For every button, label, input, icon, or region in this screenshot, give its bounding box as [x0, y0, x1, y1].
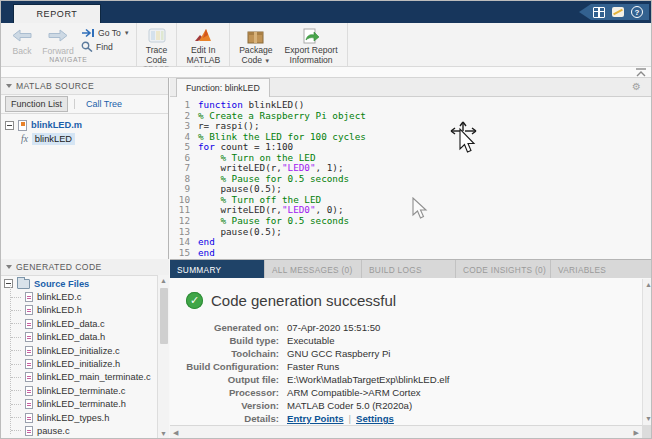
- file-item[interactable]: blinkLED_data.h: [1, 331, 157, 344]
- file-item[interactable]: blinkLED_terminate.c: [1, 384, 157, 397]
- summary-label: Version:: [182, 400, 279, 411]
- results-tab-code-insights-0-[interactable]: CODE INSIGHTS (0): [456, 260, 551, 279]
- file-item[interactable]: blinkLED.c: [1, 290, 157, 303]
- search-icon: [81, 41, 93, 52]
- results-tab-build-logs[interactable]: BUILD LOGS: [362, 260, 456, 279]
- file-item[interactable]: blinkLED_main_terminate.c: [1, 371, 157, 384]
- group-edit: Edit In MATLAB EDIT: [177, 23, 230, 66]
- file-name: blinkLED_terminate.h: [37, 399, 126, 409]
- scroll-left-icon[interactable]: ◀: [173, 429, 178, 437]
- source-file-icon: [25, 359, 33, 369]
- tree-item-function[interactable]: fx blinkLED: [5, 132, 168, 146]
- export-report-icon: [302, 28, 320, 44]
- file-name: blinkLED_types.h: [37, 413, 109, 423]
- file-item[interactable]: blinkLED_terminate.h: [1, 398, 157, 411]
- source-file-icon: [25, 426, 33, 436]
- collapse-node-icon[interactable]: [5, 121, 14, 130]
- group-navigate: Back Forward Go To ▼ Find: [1, 23, 137, 66]
- trace-code-icon: [148, 28, 166, 43]
- feedback-icon[interactable]: [612, 7, 624, 17]
- source-file-icon: [25, 346, 33, 356]
- source-tab-call-tree[interactable]: Call Tree: [81, 97, 127, 111]
- chevron-down-icon: ▼: [124, 30, 130, 36]
- source-view-tabs: Function ListCall Tree: [1, 95, 168, 114]
- file-item[interactable]: blinkLED.h: [1, 304, 157, 317]
- summary-value: E:\Work\MatlabTargetExp\blinkLED.elf: [287, 374, 449, 385]
- tab-separator: [74, 99, 75, 109]
- layout-grid-icon[interactable]: [593, 7, 605, 18]
- file-name: blinkLED_terminate.c: [37, 386, 125, 396]
- scrollbar-corner: [642, 425, 652, 439]
- title-bar: REPORT ?: [1, 1, 652, 23]
- find-button[interactable]: Find: [81, 41, 130, 52]
- code-area[interactable]: 1function blinkLED()2% Create a Raspberr…: [170, 97, 652, 259]
- source-tab-function-list[interactable]: Function List: [5, 96, 68, 112]
- line-number: 15: [170, 248, 198, 259]
- scroll-right-icon[interactable]: ▶: [634, 429, 639, 437]
- file-name: blinkLED.h: [37, 305, 82, 315]
- group-trace: Trace Code TRACE: [137, 23, 178, 66]
- summary-row: Details:Entry Points|Settings: [182, 412, 449, 425]
- source-file-icon: [25, 386, 33, 396]
- scroll-up-icon[interactable]: ▲: [158, 276, 169, 286]
- export-report-button[interactable]: Export Report Information: [280, 25, 343, 65]
- ribbon-tab-report[interactable]: REPORT: [13, 4, 101, 23]
- generated-code-tree: Source FilesblinkLED.cblinkLED.hblinkLED…: [1, 275, 157, 439]
- collapse-section-icon: [6, 84, 12, 88]
- trace-code-button[interactable]: Trace Code: [141, 25, 173, 65]
- entry-points-link[interactable]: Entry Points: [287, 413, 344, 424]
- summary-scrollbar[interactable]: ▲ ▼: [642, 279, 652, 425]
- scroll-up-icon[interactable]: ▲: [643, 280, 652, 290]
- file-list-scrollbar[interactable]: ▲ ▼: [157, 275, 169, 439]
- results-tab-summary[interactable]: SUMMARY: [170, 260, 265, 279]
- scroll-down-icon[interactable]: ▼: [158, 429, 169, 439]
- collapse-node-icon[interactable]: [4, 279, 13, 288]
- gear-icon[interactable]: ⚙: [632, 81, 641, 93]
- back-arrow-icon: [11, 28, 33, 43]
- summary-hscrollbar[interactable]: ◀ ▶: [170, 425, 642, 439]
- summary-value: Entry Points|Settings: [287, 413, 394, 424]
- results-tab-bar: SUMMARYALL MESSAGES (0)BUILD LOGSCODE IN…: [170, 259, 652, 278]
- generated-code-header[interactable]: GENERATED CODE: [1, 259, 169, 276]
- source-file-icon: [25, 399, 33, 409]
- file-item[interactable]: pause.c: [1, 424, 157, 437]
- file-name: blinkLED_data.h: [37, 332, 105, 342]
- summary-row: Output file:E:\Work\MatlabTargetExp\blin…: [182, 373, 449, 386]
- summary-value: Faster Runs: [287, 361, 339, 372]
- code-line: 13 pause(0.5);: [170, 227, 652, 238]
- matlab-source-header[interactable]: MATLAB SOURCE: [1, 78, 168, 95]
- editor-tab-function[interactable]: Function: blinkLED: [176, 78, 270, 97]
- edit-in-matlab-button[interactable]: Edit In MATLAB: [181, 25, 225, 65]
- titlebar-icon-group: ?: [579, 4, 649, 20]
- summary-value: Executable: [287, 335, 334, 346]
- file-name: blinkLED_main_terminate.c: [37, 372, 151, 382]
- scrollbar-thumb[interactable]: [160, 288, 168, 344]
- file-item[interactable]: blinkLED_initialize.c: [1, 344, 157, 357]
- line-number: 1: [170, 100, 198, 111]
- file-item[interactable]: blinkLED_types.h: [1, 411, 157, 424]
- forward-button[interactable]: Forward: [41, 25, 75, 56]
- left-panel: MATLAB SOURCE Function ListCall Tree bli…: [1, 78, 169, 439]
- help-icon[interactable]: ?: [631, 6, 643, 18]
- scroll-down-icon[interactable]: ▼: [643, 414, 652, 424]
- tree-item-file[interactable]: blinkLED.m: [5, 118, 168, 132]
- goto-button[interactable]: Go To ▼: [81, 28, 130, 38]
- toolstrip-edge: [1, 67, 652, 78]
- main-area: Function: blinkLED ⚙ 1function blinkLED(…: [170, 78, 652, 439]
- group-share: Package Code ▼ Export Report Information…: [230, 23, 347, 66]
- file-item[interactable]: blinkLED_data.c: [1, 317, 157, 330]
- source-files-label: Source Files: [34, 279, 89, 289]
- back-button[interactable]: Back: [5, 25, 39, 56]
- results-tab-all-messages-0-[interactable]: ALL MESSAGES (0): [265, 260, 362, 279]
- settings-link[interactable]: Settings: [356, 413, 394, 424]
- results-tab-variables[interactable]: VARIABLES: [551, 260, 652, 279]
- status-heading: Code generation successful: [211, 292, 396, 309]
- package-code-button[interactable]: Package Code ▼: [234, 25, 277, 66]
- line-number: 12: [170, 216, 198, 227]
- file-item[interactable]: blinkLED_initialize.h: [1, 357, 157, 370]
- summary-value: ARM Compatible->ARM Cortex: [287, 387, 421, 398]
- summary-value: GNU GCC Raspberry Pi: [287, 348, 390, 359]
- collapse-toolstrip-icon[interactable]: [635, 68, 647, 77]
- tree-item-source-files[interactable]: Source Files: [1, 277, 157, 290]
- success-check-icon: ✓: [186, 292, 203, 309]
